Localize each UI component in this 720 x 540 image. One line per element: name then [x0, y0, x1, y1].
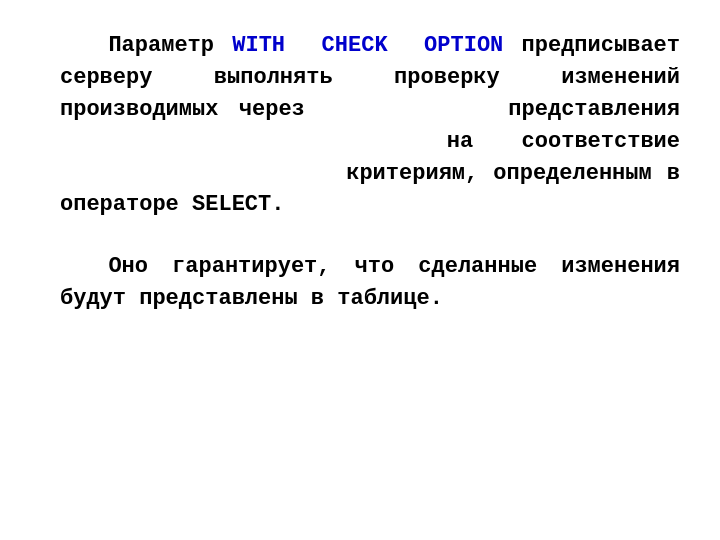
paragraph-2: Оно гарантирует, что сделанные изменения…: [60, 251, 680, 315]
highlight-with-check-option: WITH CHECK OPTION: [232, 33, 503, 58]
content-wrapper: Параметр WITH CHECK OPTION предписывает …: [20, 0, 700, 365]
paragraph-1: Параметр WITH CHECK OPTION предписывает …: [60, 30, 680, 221]
